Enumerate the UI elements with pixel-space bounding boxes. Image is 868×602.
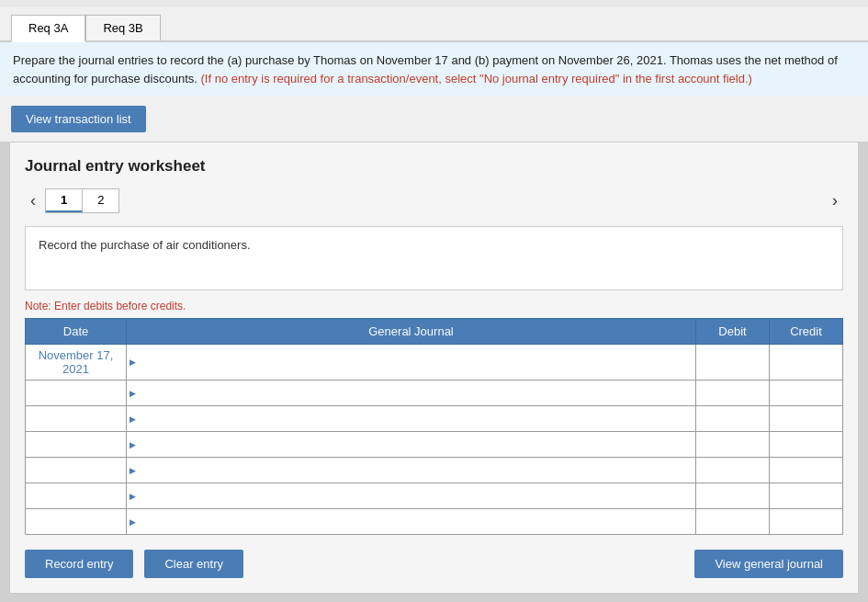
clear-entry-button[interactable]: Clear entry bbox=[144, 550, 243, 578]
debit-input-6[interactable] bbox=[696, 483, 769, 508]
credit-cell-3[interactable] bbox=[770, 406, 843, 432]
record-description: Record the purchase of air conditioners. bbox=[25, 226, 843, 290]
credit-input-5[interactable] bbox=[770, 458, 842, 483]
table-row bbox=[26, 509, 843, 535]
date-cell-empty-6 bbox=[26, 483, 127, 509]
general-journal-cell-1[interactable] bbox=[127, 345, 696, 381]
general-journal-cell-3[interactable] bbox=[127, 406, 696, 432]
header-date: Date bbox=[26, 319, 127, 345]
table-row bbox=[26, 381, 843, 406]
pagination-row: ‹ 1 2 › bbox=[25, 188, 843, 213]
debit-input-7[interactable] bbox=[696, 509, 769, 534]
debit-cell-6[interactable] bbox=[696, 483, 770, 509]
record-entry-button[interactable]: Record entry bbox=[25, 550, 133, 578]
header-debit: Debit bbox=[696, 319, 770, 345]
debit-input-3[interactable] bbox=[696, 406, 769, 431]
debit-input-2[interactable] bbox=[696, 381, 769, 405]
credit-input-6[interactable] bbox=[770, 483, 842, 508]
date-cell-empty-5 bbox=[26, 458, 127, 483]
tabs-row: Req 3A Req 3B bbox=[0, 7, 868, 42]
table-row bbox=[26, 406, 843, 432]
general-journal-input-3[interactable] bbox=[127, 406, 695, 431]
worksheet-title: Journal entry worksheet bbox=[25, 157, 843, 176]
date-cell-empty-4 bbox=[26, 432, 127, 458]
instructions-red: (If no entry is required for a transacti… bbox=[201, 72, 752, 85]
general-journal-input-7[interactable] bbox=[127, 509, 695, 534]
table-row bbox=[26, 483, 843, 509]
general-journal-input-5[interactable] bbox=[127, 458, 695, 483]
credit-input-3[interactable] bbox=[770, 406, 842, 431]
credit-input-1[interactable] bbox=[770, 345, 842, 380]
tab-req3b[interactable]: Req 3B bbox=[85, 15, 160, 40]
credit-input-7[interactable] bbox=[770, 509, 842, 534]
view-transaction-button[interactable]: View transaction list bbox=[11, 106, 146, 132]
worksheet-container: Journal entry worksheet ‹ 1 2 › Record t… bbox=[9, 142, 859, 594]
credit-cell-6[interactable] bbox=[770, 483, 843, 509]
debit-cell-5[interactable] bbox=[696, 458, 770, 483]
record-description-text: Record the purchase of air conditioners. bbox=[39, 238, 251, 252]
table-row: November 17,2021 bbox=[26, 345, 843, 381]
page-tabs: 1 2 bbox=[45, 188, 119, 213]
debit-input-1[interactable] bbox=[696, 345, 769, 380]
general-journal-cell-2[interactable] bbox=[127, 381, 696, 406]
debit-cell-1[interactable] bbox=[696, 345, 770, 381]
journal-table: Date General Journal Debit Credit Novemb… bbox=[25, 318, 843, 535]
date-cell: November 17,2021 bbox=[26, 345, 127, 381]
page-tab-2[interactable]: 2 bbox=[83, 189, 118, 212]
credit-input-4[interactable] bbox=[770, 432, 842, 457]
credit-input-2[interactable] bbox=[770, 381, 842, 405]
credit-cell-4[interactable] bbox=[770, 432, 843, 458]
general-journal-cell-7[interactable] bbox=[127, 509, 696, 535]
note-text: Note: Enter debits before credits. bbox=[25, 300, 843, 312]
debit-cell-2[interactable] bbox=[696, 381, 770, 406]
header-credit: Credit bbox=[770, 319, 843, 345]
credit-cell-7[interactable] bbox=[770, 509, 843, 535]
debit-cell-7[interactable] bbox=[696, 509, 770, 535]
debit-cell-4[interactable] bbox=[696, 432, 770, 458]
next-page-button[interactable]: › bbox=[827, 189, 843, 212]
credit-cell-5[interactable] bbox=[770, 458, 843, 483]
page-tab-1[interactable]: 1 bbox=[46, 189, 83, 212]
credit-cell-2[interactable] bbox=[770, 381, 843, 406]
general-journal-input-2[interactable] bbox=[127, 381, 695, 405]
general-journal-input-6[interactable] bbox=[127, 483, 695, 508]
general-journal-cell-6[interactable] bbox=[127, 483, 696, 509]
debit-cell-3[interactable] bbox=[696, 406, 770, 432]
tab-req3a[interactable]: Req 3A bbox=[11, 15, 85, 42]
header-general-journal: General Journal bbox=[127, 319, 696, 345]
general-journal-input-4[interactable] bbox=[127, 432, 695, 457]
view-btn-row: View transaction list bbox=[0, 97, 868, 142]
date-cell-empty-7 bbox=[26, 509, 127, 535]
table-row bbox=[26, 432, 843, 458]
credit-cell-1[interactable] bbox=[770, 345, 843, 381]
general-journal-input-1[interactable] bbox=[127, 345, 695, 380]
prev-page-button[interactable]: ‹ bbox=[25, 189, 41, 212]
view-general-journal-button[interactable]: View general journal bbox=[694, 550, 843, 578]
bottom-buttons: Record entry Clear entry View general jo… bbox=[25, 550, 843, 578]
date-cell-empty-3 bbox=[26, 406, 127, 432]
instructions-box: Prepare the journal entries to record th… bbox=[0, 42, 868, 97]
table-row bbox=[26, 458, 843, 483]
debit-input-4[interactable] bbox=[696, 432, 769, 457]
general-journal-cell-5[interactable] bbox=[127, 458, 696, 483]
date-cell-empty-2 bbox=[26, 381, 127, 406]
debit-input-5[interactable] bbox=[696, 458, 769, 483]
general-journal-cell-4[interactable] bbox=[127, 432, 696, 458]
